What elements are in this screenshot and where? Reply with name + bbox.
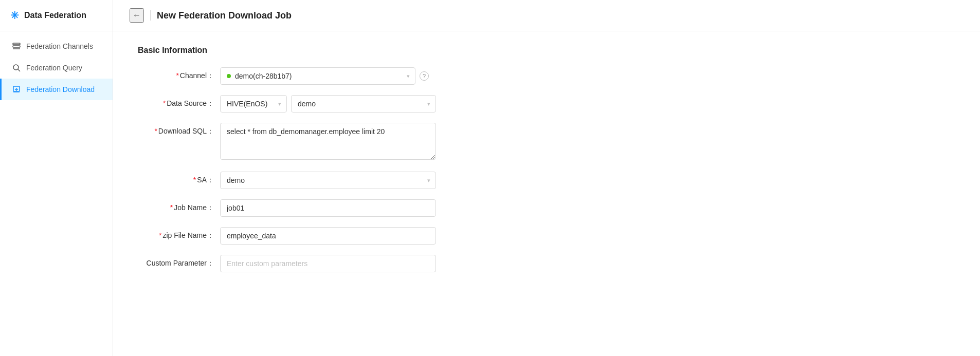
download-icon [12,85,21,94]
zipname-label: *zip File Name： [138,227,220,241]
sidebar-header: ✳ Data Federation [0,0,113,31]
channel-help-icon[interactable]: ? [420,71,429,81]
sa-label: *SA： [138,172,220,185]
back-button[interactable]: ← [130,8,144,23]
sidebar-item-federation-query[interactable]: Federation Query [0,57,113,79]
form-container: Basic Information *Channel： demo(ch-28b1… [113,31,576,297]
channel-required-mark: * [176,71,178,80]
datasource-name-value: demo [298,100,419,108]
channel-control: demo(ch-28b1b7) ▾ ? [220,67,436,85]
datasource-selects: HIVE(EnOS) ▾ demo ▾ [220,95,436,113]
sidebar-nav: Federation Channels Federation Query F [0,31,113,100]
sql-required-mark: * [154,127,157,135]
customparam-control [220,255,436,272]
datasource-type-value: HIVE(EnOS) [227,100,270,108]
datasource-row: *Data Source： HIVE(EnOS) ▾ demo ▾ [138,95,551,113]
sa-control: demo ▾ [220,172,436,189]
datasource-name-chevron-icon: ▾ [427,101,430,107]
sa-select[interactable]: demo ▾ [220,172,436,189]
zipname-required-mark: * [159,231,161,239]
sa-value: demo [227,176,419,184]
customparam-row: Custom Parameter： [138,255,551,272]
jobname-row: *Job Name： [138,199,551,217]
channel-row: *Channel： demo(ch-28b1b7) ▾ ? [138,67,551,85]
jobname-required-mark: * [170,203,173,212]
sa-chevron-icon: ▾ [427,177,430,184]
sidebar: ✳ Data Federation Federation Channels Fe… [0,0,113,356]
sql-textarea[interactable]: select * from db_demomanager.employee li… [220,123,436,160]
section-title: Basic Information [138,46,551,55]
datasource-required-mark: * [163,99,166,107]
main-content: ← New Federation Download Job Basic Info… [113,0,980,356]
channels-icon [12,42,21,51]
datasource-name-select[interactable]: demo ▾ [291,95,436,113]
sidebar-item-label: Federation Download [26,85,95,93]
zipname-input[interactable] [220,227,436,245]
sa-row: *SA： demo ▾ [138,172,551,189]
zipname-control [220,227,436,245]
page-header: ← New Federation Download Job [113,0,980,31]
svg-line-4 [18,69,20,71]
svg-rect-0 [13,43,20,45]
sql-row: *Download SQL： select * from db_demomana… [138,123,551,161]
query-icon [12,63,21,72]
channel-wrapper: demo(ch-28b1b7) ▾ ? [220,67,436,85]
datasource-label: *Data Source： [138,95,220,109]
customparam-input[interactable] [220,255,436,272]
page-title: New Federation Download Job [157,10,292,21]
sql-control: select * from db_demomanager.employee li… [220,123,436,161]
sql-label: *Download SQL： [138,123,220,137]
jobname-control [220,199,436,217]
channel-select[interactable]: demo(ch-28b1b7) ▾ [220,67,415,85]
asterisk-icon: ✳ [10,9,19,22]
svg-point-3 [13,65,19,70]
datasource-control: HIVE(EnOS) ▾ demo ▾ [220,95,436,113]
sidebar-item-label: Federation Query [26,64,82,72]
app-title: Data Federation [24,11,86,20]
channel-label: *Channel： [138,67,220,81]
channel-value: demo(ch-28b1b7) [235,72,398,80]
jobname-label: *Job Name： [138,199,220,213]
sa-required-mark: * [193,176,196,184]
channel-status-dot [227,74,231,78]
sidebar-item-label: Federation Channels [26,42,93,50]
datasource-type-chevron-icon: ▾ [278,101,281,107]
sidebar-item-federation-download[interactable]: Federation Download [0,79,113,100]
zipname-row: *zip File Name： [138,227,551,245]
header-divider [150,10,151,21]
datasource-type-select[interactable]: HIVE(EnOS) ▾ [220,95,287,113]
customparam-label: Custom Parameter： [138,255,220,269]
svg-rect-1 [13,46,20,47]
channel-chevron-icon: ▾ [407,73,410,80]
jobname-input[interactable] [220,199,436,217]
sidebar-item-federation-channels[interactable]: Federation Channels [0,35,113,57]
